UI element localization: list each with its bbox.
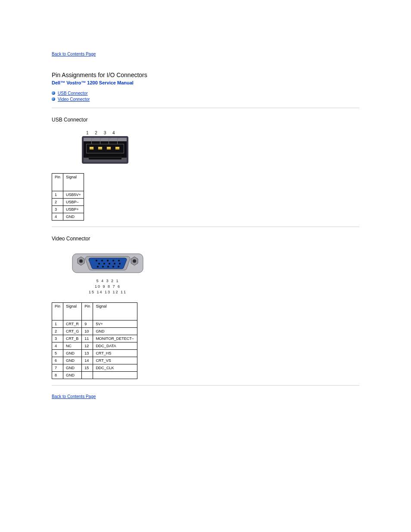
table-row: 1 CRT_R 9 5V+	[52, 320, 137, 328]
svg-point-9	[118, 260, 120, 261]
toc-link-video[interactable]: Video Connector	[58, 97, 90, 102]
svg-point-5	[96, 260, 97, 261]
svg-point-13	[114, 263, 115, 264]
usb-connector-figure: 1 2 3 4	[82, 131, 359, 164]
table-row: 5 GND 13 CRT_HS	[52, 350, 137, 357]
page-title: Pin Assignments for I/O Connectors	[52, 72, 359, 78]
table-row: 6 GND 14 CRT_VS	[52, 357, 137, 364]
vga-port-illustration	[65, 249, 151, 278]
svg-point-10	[98, 263, 100, 264]
svg-point-16	[102, 266, 104, 268]
usb-pin-numbers: 1 2 3 4	[82, 131, 359, 135]
svg-point-14	[119, 263, 121, 264]
svg-point-15	[97, 266, 99, 268]
vga-pin-row-1: 5 4 3 2 1	[65, 279, 151, 283]
svg-point-19	[118, 266, 119, 268]
back-to-contents-link-bottom[interactable]: Back to Contents Page	[52, 394, 359, 399]
svg-point-12	[109, 263, 110, 264]
divider	[52, 385, 359, 386]
usb-pinout-table: Pin Signal 1 USB5V+ 2 USBP– 3 USBP+ 4 GN…	[52, 173, 84, 221]
table-row: 8 GND	[52, 372, 137, 379]
table-row: 1 USB5V+	[52, 191, 84, 199]
usb-header-signal: Signal	[63, 174, 84, 191]
section-title-usb: USB Connector	[52, 117, 359, 123]
svg-point-11	[103, 263, 105, 264]
table-row: 4 NC 12 DDC_DATA	[52, 342, 137, 350]
svg-point-6	[101, 260, 103, 261]
vga-header-pin2: Pin	[82, 303, 93, 320]
svg-point-18	[112, 266, 114, 268]
vga-header-signal2: Signal	[93, 303, 137, 320]
divider	[52, 108, 359, 108]
svg-point-7	[107, 260, 109, 261]
usb-port-illustration	[82, 136, 128, 164]
vga-header-pin: Pin	[52, 303, 63, 320]
divider	[52, 227, 359, 227]
svg-point-2	[79, 259, 83, 263]
toc-link-usb[interactable]: USB Connector	[58, 91, 87, 96]
vga-pin-row-3: 15 14 13 12 11	[65, 290, 151, 295]
svg-point-8	[112, 260, 114, 261]
vga-pinout-table: Pin Signal Pin Signal 1 CRT_R 9 5V+ 2 CR…	[52, 302, 137, 379]
svg-point-4	[133, 259, 136, 263]
table-row: 3 CRT_B 11 MONITOR_DETECT–	[52, 335, 137, 342]
svg-point-17	[107, 266, 109, 268]
vga-connector-figure: 5 4 3 2 1 10 9 8 7 6 15 14 13 12 11	[65, 249, 359, 295]
usb-header-pin: Pin	[52, 174, 63, 191]
manual-title: Dell™ Vostro™ 1200 Service Manual	[52, 80, 359, 85]
section-title-video: Video Connector	[52, 236, 359, 242]
table-row: 4 GND	[52, 213, 84, 221]
table-row: 2 CRT_G 10 GND	[52, 328, 137, 335]
table-row: 2 USBP–	[52, 199, 84, 206]
vga-pin-row-2: 10 9 8 7 6	[65, 284, 151, 289]
table-row: 7 GND 15 DDC_CLK	[52, 364, 137, 372]
vga-header-signal: Signal	[63, 303, 82, 320]
table-row: 3 USBP+	[52, 206, 84, 213]
back-to-contents-link-top[interactable]: Back to Contents Page	[52, 52, 96, 56]
